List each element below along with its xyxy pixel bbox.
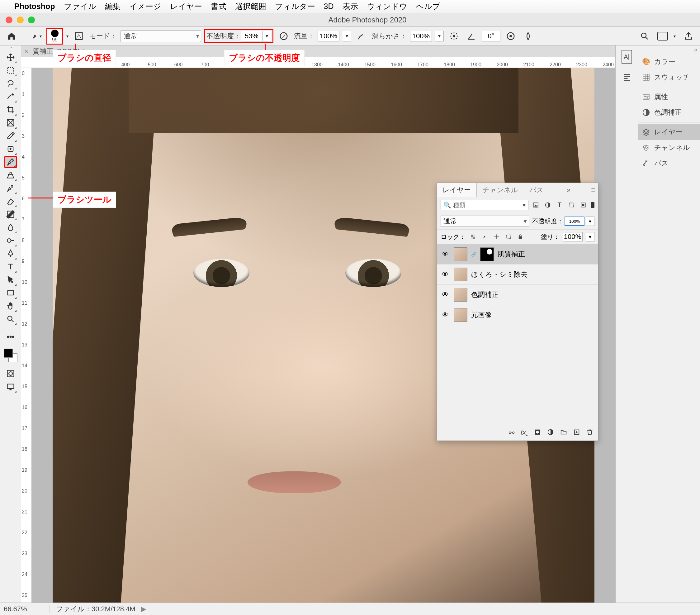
type-panel-icon[interactable]: A| xyxy=(622,50,632,64)
blend-mode-select[interactable]: 通常 xyxy=(120,30,201,42)
panel-paths[interactable]: パス xyxy=(638,156,700,171)
layer-mask-icon[interactable] xyxy=(534,429,541,438)
panel-color[interactable]: 🎨カラー xyxy=(638,54,700,70)
type-tool[interactable] xyxy=(4,260,17,273)
layer-filter-select[interactable]: 🔍 種類▾ xyxy=(441,200,528,210)
airbrush-button[interactable] xyxy=(354,29,369,43)
eraser-tool[interactable] xyxy=(4,195,17,208)
layer-row[interactable]: 👁🔗肌質補正 xyxy=(437,244,598,265)
panel-collapse-handle[interactable]: « xyxy=(638,46,700,54)
crop-tool[interactable] xyxy=(4,103,17,116)
brush-preset-picker[interactable]: 99 xyxy=(46,28,63,45)
menu-3d[interactable]: 3D xyxy=(324,2,334,11)
move-tool[interactable] xyxy=(4,51,17,64)
search-button[interactable] xyxy=(637,29,652,43)
panel-adjustments[interactable]: 色調補正 xyxy=(638,105,700,120)
delete-layer-icon[interactable] xyxy=(586,429,593,438)
angle-input[interactable] xyxy=(482,31,500,41)
fill-input[interactable] xyxy=(563,232,583,242)
layer-opacity-input[interactable] xyxy=(564,217,585,226)
layer-thumbnail[interactable] xyxy=(454,247,467,261)
menu-layer[interactable]: レイヤー xyxy=(170,1,202,12)
opacity-input[interactable] xyxy=(241,31,262,41)
gradient-tool[interactable] xyxy=(4,208,17,221)
window-maximize-button[interactable] xyxy=(28,16,35,23)
menu-select[interactable]: 選択範囲 xyxy=(235,1,266,12)
file-info[interactable]: ファイル：30.2M/128.4M xyxy=(50,604,136,614)
visibility-icon[interactable]: 👁 xyxy=(441,250,450,258)
quick-selection-tool[interactable] xyxy=(4,90,17,103)
layer-name[interactable]: 元画像 xyxy=(471,310,492,320)
symmetry-button[interactable] xyxy=(521,29,535,43)
layers-tab[interactable]: レイヤー xyxy=(437,183,477,197)
eyedropper-tool[interactable] xyxy=(4,130,17,142)
panel-layers[interactable]: レイヤー xyxy=(638,124,700,140)
menu-window[interactable]: ウィンドウ xyxy=(367,1,407,12)
frame-tool[interactable] xyxy=(4,116,17,129)
paths-tab[interactable]: パス xyxy=(524,183,549,197)
menu-file[interactable]: ファイル xyxy=(64,1,96,12)
layer-name[interactable]: 肌質補正 xyxy=(498,249,525,259)
channels-tab[interactable]: チャンネル xyxy=(477,183,524,197)
panel-properties[interactable]: 属性 xyxy=(638,89,700,105)
menu-view[interactable]: 表示 xyxy=(342,1,358,12)
blur-tool[interactable] xyxy=(4,221,17,234)
pressure-opacity-button[interactable] xyxy=(276,29,291,43)
paragraph-panel-icon[interactable] xyxy=(621,71,633,84)
smoothing-input[interactable] xyxy=(410,31,432,41)
layer-row[interactable]: 👁元画像 xyxy=(437,305,598,325)
lock-image-icon[interactable] xyxy=(480,232,489,241)
status-menu-caret[interactable]: ▶ xyxy=(141,605,146,613)
filter-pixel-icon[interactable] xyxy=(532,201,540,209)
smoothing-dropdown[interactable]: ▾ xyxy=(435,31,444,41)
new-layer-icon[interactable] xyxy=(573,429,580,438)
ruler-vertical[interactable]: 0123456789101112131415161718192021222324… xyxy=(21,68,32,603)
lock-all-icon[interactable] xyxy=(516,232,525,241)
zoom-tool[interactable] xyxy=(4,313,17,325)
layer-thumbnail[interactable] xyxy=(454,288,467,302)
layer-row[interactable]: 👁色調補正 xyxy=(437,285,598,305)
layer-thumbnail[interactable] xyxy=(454,308,467,322)
flow-input[interactable] xyxy=(317,31,339,41)
visibility-icon[interactable]: 👁 xyxy=(441,270,450,279)
filter-shape-icon[interactable] xyxy=(567,201,576,209)
zoom-level[interactable]: 66.67% xyxy=(0,605,50,613)
share-button[interactable] xyxy=(681,29,696,43)
brush-settings-button[interactable] xyxy=(72,29,86,43)
brush-tool[interactable] xyxy=(4,156,17,168)
smoothing-options-button[interactable] xyxy=(447,29,461,43)
visibility-icon[interactable]: 👁 xyxy=(441,311,450,319)
group-icon[interactable] xyxy=(560,429,567,438)
window-close-button[interactable] xyxy=(5,16,12,23)
angle-icon[interactable] xyxy=(464,29,479,43)
layer-thumbnail[interactable] xyxy=(454,268,467,281)
workspace-switcher[interactable] xyxy=(657,32,668,40)
layer-opacity-dropdown[interactable]: ▾ xyxy=(586,217,595,226)
quick-mask-button[interactable] xyxy=(4,367,17,380)
flow-dropdown[interactable]: ▾ xyxy=(342,31,351,41)
tab-close-button[interactable]: × xyxy=(24,47,28,56)
pressure-size-button[interactable] xyxy=(503,29,518,43)
tool-preset-picker[interactable]: ▾ xyxy=(29,29,43,43)
layer-fx-icon[interactable]: fx▴ xyxy=(521,428,528,437)
clone-stamp-tool[interactable] xyxy=(4,169,17,181)
history-brush-tool[interactable] xyxy=(4,182,17,194)
screen-mode-button[interactable] xyxy=(4,380,17,393)
window-minimize-button[interactable] xyxy=(17,16,24,23)
path-selection-tool[interactable] xyxy=(4,273,17,286)
layer-row[interactable]: 👁ほくろ・シミ除去 xyxy=(437,265,598,285)
opacity-dropdown[interactable]: ▾ xyxy=(262,31,271,41)
menu-help[interactable]: ヘルプ xyxy=(416,1,440,12)
rectangle-tool[interactable] xyxy=(4,287,17,299)
filter-type-icon[interactable]: T xyxy=(555,201,564,209)
app-name[interactable]: Photoshop xyxy=(14,2,55,11)
link-mask-icon[interactable]: 🔗 xyxy=(471,252,476,257)
marquee-tool[interactable] xyxy=(4,64,17,77)
home-button[interactable] xyxy=(4,29,19,43)
layer-mask-thumbnail[interactable] xyxy=(480,247,494,261)
panel-menu-button[interactable]: ≡ xyxy=(588,186,598,194)
layer-name[interactable]: 色調補正 xyxy=(471,290,499,299)
fill-dropdown[interactable]: ▾ xyxy=(586,232,595,242)
panel-channels[interactable]: チャンネル xyxy=(638,140,700,156)
menu-filter[interactable]: フィルター xyxy=(275,1,315,12)
